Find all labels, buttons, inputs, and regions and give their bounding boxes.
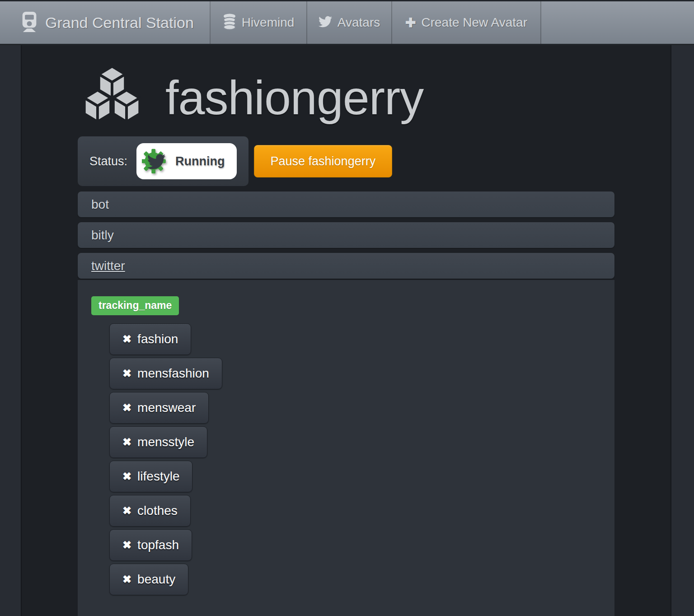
- tag-label: fashion: [137, 332, 178, 346]
- title-row: fashiongerry: [78, 65, 614, 130]
- tag-topfash[interactable]: ✖ topfash: [109, 529, 192, 561]
- tag-label: clothes: [137, 504, 178, 518]
- plus-icon: ✚: [405, 15, 416, 30]
- tag-lifestyle[interactable]: ✖ lifestyle: [109, 461, 192, 492]
- status-badge: Running: [136, 143, 236, 179]
- pause-button[interactable]: Pause fashiongerry: [254, 145, 393, 177]
- tag-fashion[interactable]: ✖ fashion: [109, 323, 191, 355]
- status-panel: Status:: [78, 136, 249, 186]
- brand-label: Grand Central Station: [45, 14, 194, 32]
- remove-tag-icon[interactable]: ✖: [122, 470, 131, 483]
- remove-tag-icon[interactable]: ✖: [122, 539, 131, 551]
- twitter-section-link[interactable]: twitter: [91, 259, 125, 273]
- tag-label: mensstyle: [137, 435, 194, 449]
- nav-item-create-new-avatar[interactable]: ✚ Create New Avatar: [392, 1, 541, 44]
- gear-twitter-icon: [142, 146, 170, 176]
- tag-label: mensfashion: [137, 366, 209, 381]
- tag-mensstyle[interactable]: ✖ mensstyle: [109, 426, 207, 458]
- tag-label: menswear: [137, 401, 196, 415]
- remove-tag-icon[interactable]: ✖: [122, 436, 131, 448]
- twitter-expanded-panel: tracking_name ✖ fashion ✖ mensfashion ✖ …: [78, 280, 614, 616]
- tag-beauty[interactable]: ✖ beauty: [109, 564, 188, 595]
- section-twitter[interactable]: twitter: [78, 253, 614, 279]
- tracking-tags-list: ✖ fashion ✖ mensfashion ✖ menswear ✖ men…: [109, 323, 614, 595]
- section-label: bot: [91, 197, 109, 212]
- nav-item-label: Hivemind: [242, 15, 295, 30]
- nav-item-label: Avatars: [338, 15, 380, 30]
- page-title: fashiongerry: [165, 70, 423, 125]
- tag-clothes[interactable]: ✖ clothes: [109, 495, 191, 527]
- remove-tag-icon[interactable]: ✖: [122, 333, 131, 345]
- remove-tag-icon[interactable]: ✖: [122, 504, 131, 517]
- database-icon: [223, 13, 236, 32]
- tag-label: beauty: [137, 572, 175, 587]
- remove-tag-icon[interactable]: ✖: [122, 367, 131, 380]
- section-bot[interactable]: bot: [78, 191, 614, 217]
- remove-tag-icon[interactable]: ✖: [122, 573, 131, 586]
- tracking-name-badge: tracking_name: [91, 296, 179, 315]
- tag-label: topfash: [137, 538, 179, 552]
- nav-item-avatars[interactable]: Avatars: [307, 1, 392, 44]
- status-label: Status:: [89, 154, 127, 168]
- section-label: bitly: [91, 228, 114, 243]
- brand[interactable]: Grand Central Station: [0, 1, 211, 44]
- status-value: Running: [175, 154, 225, 168]
- main-container: fashiongerry Status:: [21, 45, 671, 616]
- section-bitly[interactable]: bitly: [78, 222, 614, 248]
- tag-mensfashion[interactable]: ✖ mensfashion: [109, 358, 222, 389]
- cubes-icon: [78, 65, 146, 130]
- nav-item-label: Create New Avatar: [421, 15, 527, 30]
- tag-label: lifestyle: [137, 469, 179, 484]
- navbar: Grand Central Station Hivemind Avatars ✚…: [0, 0, 694, 45]
- nav-item-hivemind[interactable]: Hivemind: [211, 1, 307, 44]
- twitter-icon: [319, 15, 332, 30]
- train-icon: [21, 11, 38, 34]
- tag-menswear[interactable]: ✖ menswear: [109, 392, 209, 424]
- status-row: Status:: [78, 136, 614, 186]
- remove-tag-icon[interactable]: ✖: [122, 401, 131, 414]
